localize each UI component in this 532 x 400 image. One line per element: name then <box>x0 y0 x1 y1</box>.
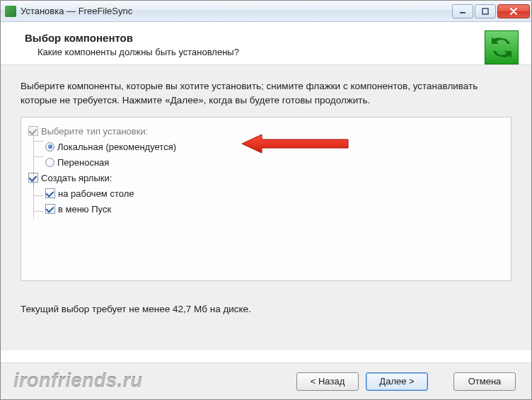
page-title: Выбор компонентов <box>25 32 519 44</box>
svg-rect-1 <box>482 8 488 14</box>
shortcut-desktop-checkbox[interactable] <box>45 188 55 198</box>
wizard-header: Выбор компонентов Какие компоненты должн… <box>1 22 531 65</box>
option-portable-row[interactable]: Переносная <box>28 154 504 170</box>
shortcut-desktop-label: на рабочем столе <box>58 188 134 199</box>
minimize-icon <box>459 8 466 15</box>
cancel-button[interactable]: Отмена <box>453 372 516 391</box>
window-title: Установка — FreeFileSync <box>21 6 452 16</box>
instructions-text: Выберите компоненты, которые вы хотите у… <box>21 79 511 107</box>
sync-logo-icon <box>485 30 519 64</box>
disk-requirement-text: Текущий выбор требует не менее 42,7 Мб н… <box>21 304 511 314</box>
components-box: Выберите тип установки: Локальная (реком… <box>21 117 511 281</box>
shortcut-startmenu-checkbox[interactable] <box>45 204 55 214</box>
maximize-button[interactable] <box>475 4 496 18</box>
shortcut-desktop-row[interactable]: на рабочем столе <box>28 185 504 201</box>
option-local-label: Локальная (рекомендуется) <box>57 142 176 152</box>
minimize-button[interactable] <box>452 4 473 18</box>
window-controls <box>452 4 530 18</box>
maximize-icon <box>482 8 489 15</box>
option-portable-label: Переносная <box>57 157 109 168</box>
radio-portable[interactable] <box>45 158 54 167</box>
radio-local[interactable] <box>45 142 54 152</box>
close-icon <box>509 8 518 15</box>
back-button[interactable]: < Назад <box>296 372 359 391</box>
next-button[interactable]: Далее > <box>366 372 428 391</box>
app-icon <box>5 6 16 17</box>
install-type-row: Выберите тип установки: <box>28 123 504 139</box>
titlebar: Установка — FreeFileSync <box>1 1 531 22</box>
page-subtitle: Какие компоненты должны быть установлены… <box>37 47 519 57</box>
install-type-label: Выберите тип установки: <box>41 126 148 137</box>
shortcut-startmenu-label: в меню Пуск <box>58 204 111 215</box>
components-tree: Выберите тип установки: Локальная (реком… <box>28 123 504 217</box>
wizard-footer: < Назад Далее > Отмена <box>1 362 531 399</box>
shortcuts-label: Создать ярлыки: <box>41 173 112 183</box>
option-local-row[interactable]: Локальная (рекомендуется) <box>28 139 504 154</box>
shortcuts-row[interactable]: Создать ярлыки: <box>28 170 504 185</box>
wizard-body: Выберите компоненты, которые вы хотите у… <box>1 65 531 350</box>
shortcut-startmenu-row[interactable]: в меню Пуск <box>28 201 504 217</box>
close-button[interactable] <box>497 4 530 18</box>
